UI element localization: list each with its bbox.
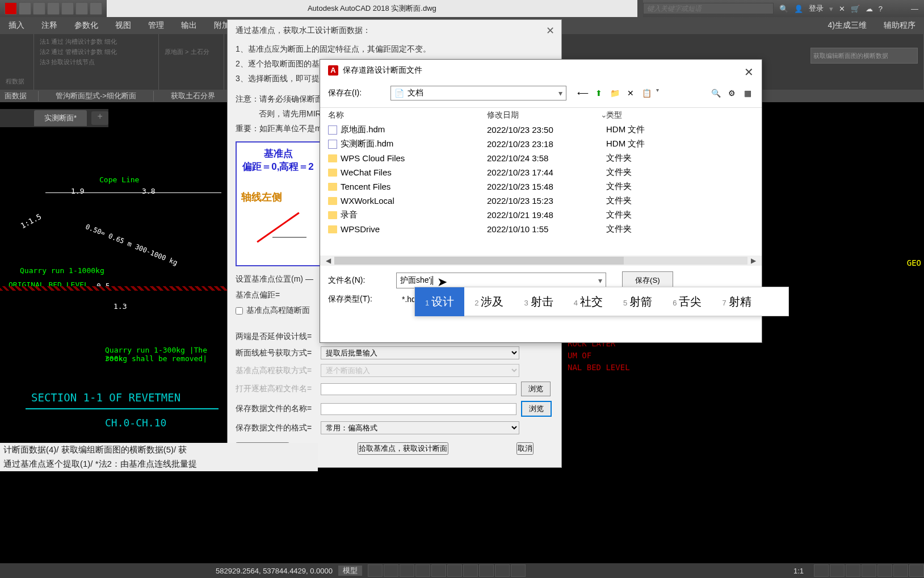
menu-3d[interactable]: 4)生成三维 [820, 20, 875, 31]
menu-view[interactable]: 视图 [107, 20, 140, 31]
ortho-icon[interactable] [400, 564, 414, 577]
save-file-input[interactable] [321, 403, 516, 415]
print-icon[interactable] [61, 2, 74, 15]
file-row[interactable]: Tencent Files2022/10/23 15:48文件夹 [320, 179, 762, 194]
ime-candidate-bar[interactable]: 1设计 2涉及 3射击 4社交 5射箭 6舌尖 7射精 [414, 287, 789, 316]
column-headers[interactable]: 名称 修改日期 ⌄ 类型 [320, 108, 762, 123]
horizontal-scrollbar[interactable]: ◀ ▶ [320, 256, 762, 266]
login-link[interactable]: 登录 [809, 3, 824, 14]
cancel-button[interactable]: 取消 [516, 442, 534, 455]
col-type[interactable]: 类型 [606, 110, 674, 120]
cleanscreen-icon[interactable] [893, 564, 908, 577]
file-row[interactable]: WPS Cloud Files2022/10/24 3:58文件夹 [320, 151, 762, 165]
scroll-right-icon[interactable]: ▶ [751, 257, 756, 265]
search-icon[interactable]: 🔍 [779, 5, 788, 13]
stake-method-select[interactable]: 提取后批量输入 [321, 346, 519, 359]
scroll-thumb[interactable] [334, 257, 624, 265]
ime-candidate-2[interactable]: 2涉及 [464, 294, 514, 309]
back-icon[interactable]: ⟵ [577, 87, 589, 99]
save-icon[interactable] [47, 2, 60, 15]
up-icon[interactable]: ⬆ [593, 87, 605, 99]
file-row[interactable]: WeChat Files2022/10/23 17:44文件夹 [320, 165, 762, 179]
app-menu-icon[interactable] [5, 2, 17, 15]
minimize-icon[interactable]: — [911, 5, 918, 13]
close-icon[interactable]: ✕ [744, 65, 754, 79]
model-button[interactable]: 模型 [338, 566, 362, 576]
osnap-icon[interactable] [431, 564, 446, 577]
tpy-icon[interactable] [511, 564, 526, 577]
annomonitor-icon[interactable] [846, 564, 860, 577]
menu-output[interactable]: 输出 [173, 20, 205, 31]
scroll-left-icon[interactable]: ◀ [326, 257, 331, 265]
filename-combo[interactable]: 护面she'j ▾ [396, 273, 606, 288]
ribbon-line1[interactable]: 法1 通过 沟槽设计参数 细化 [40, 36, 153, 47]
close-icon[interactable]: ✕ [546, 24, 555, 37]
drawing-tab-active[interactable]: 实测断面* [34, 110, 87, 126]
ribbon-line2[interactable]: 法2 通过 管槽设计参数 细化 [40, 47, 153, 57]
hardware-icon[interactable] [862, 564, 876, 577]
new-icon[interactable] [19, 2, 31, 15]
save-file-label: 保存数据文件的名称= [236, 404, 321, 414]
help-search-input[interactable] [643, 3, 774, 14]
file-list[interactable]: 名称 修改日期 ⌄ 类型 原地面.hdm2022/10/23 23:50HDM … [320, 108, 762, 256]
menu-insert[interactable]: 插入 [0, 20, 33, 31]
customize-icon[interactable] [909, 564, 924, 577]
pick-basepoint-button[interactable]: 拾取基准点，获取设计断面 [358, 442, 448, 455]
lwt-icon[interactable] [495, 564, 510, 577]
col-date[interactable]: 修改日期 [487, 110, 600, 120]
snap-icon[interactable] [384, 564, 398, 577]
new-tab-button[interactable]: + [91, 111, 108, 125]
file-row[interactable]: WPSDrive2022/10/10 1:55文件夹 [320, 222, 762, 236]
file-row[interactable]: 原地面.hdm2022/10/23 23:50HDM 文件 [320, 123, 762, 137]
redo-icon[interactable] [90, 2, 102, 15]
format-select[interactable]: 常用：偏高格式 [321, 421, 519, 434]
col-name[interactable]: 名称 [328, 110, 487, 120]
open-file-input[interactable] [321, 383, 516, 395]
new-folder-icon[interactable]: 📋 [640, 87, 653, 99]
save-in-combo[interactable]: 📄 文档 ▾ [390, 86, 566, 100]
file-row[interactable]: 录音2022/10/21 19:48文件夹 [320, 208, 762, 222]
ime-candidate-7[interactable]: 7射精 [712, 294, 761, 309]
workspace-icon[interactable] [830, 564, 845, 577]
cart-icon[interactable]: 🛒 [851, 5, 860, 13]
exchange-icon[interactable]: ✕ [839, 5, 845, 13]
views-icon[interactable]: ▦ [741, 87, 754, 99]
ime-candidate-1[interactable]: 1设计 [415, 287, 464, 316]
delete-icon[interactable]: ✕ [624, 87, 637, 99]
filename-input[interactable]: 护面she'j [400, 275, 432, 286]
drawing-canvas[interactable]: Cope Line 1.9 3.8 1:1.5 0.50= 0.65 m 300… [0, 127, 227, 479]
file-row[interactable]: WXWorkLocal2022/10/23 15:23文件夹 [320, 194, 762, 208]
preview-icon[interactable]: 🔍 [709, 87, 722, 99]
polar-icon[interactable] [415, 564, 430, 577]
menu-annotate[interactable]: 注释 [33, 20, 66, 31]
ime-candidate-3[interactable]: 3射击 [514, 294, 563, 309]
annoscale-icon[interactable] [814, 564, 829, 577]
menu-parametric[interactable]: 参数化 [66, 20, 107, 31]
grid-icon[interactable] [368, 564, 383, 577]
dyn-icon[interactable] [479, 564, 494, 577]
isolate-icon[interactable] [877, 564, 892, 577]
menu-manage[interactable]: 管理 [140, 20, 173, 31]
ime-candidate-5[interactable]: 5射箭 [613, 294, 662, 309]
ribbon-line3[interactable]: 法3 拾取设计线节点 [40, 57, 153, 67]
menu-helper[interactable]: 辅助程序 [875, 20, 924, 31]
open-icon[interactable] [33, 2, 45, 15]
sort-indicator-icon[interactable]: ⌄ [600, 110, 606, 120]
ime-candidate-4[interactable]: 4社交 [564, 294, 613, 309]
ribbon-btn-getdata[interactable]: 获取编辑断面图的横断数据 [810, 48, 918, 64]
tools-icon[interactable]: ⚙ [725, 87, 738, 99]
ribbon-line4[interactable]: 原地面 > 土石分 [165, 47, 218, 57]
scale-display[interactable]: 1:1 [789, 567, 808, 575]
browse-save-button[interactable]: 浏览 [521, 401, 552, 417]
file-row[interactable]: 实测断面.hdm2022/10/23 23:18HDM 文件 [320, 137, 762, 151]
cloud-icon[interactable]: ☁ [866, 5, 873, 13]
ducs-icon[interactable] [463, 564, 478, 577]
elevation-follow-checkbox[interactable] [236, 307, 243, 315]
browse-open-button[interactable]: 浏览 [521, 382, 551, 396]
ime-candidate-6[interactable]: 6舌尖 [662, 294, 712, 309]
user-icon[interactable]: 👤 [794, 5, 803, 13]
otrack-icon[interactable] [447, 564, 462, 577]
undo-icon[interactable] [75, 2, 88, 15]
help-icon[interactable]: ? [879, 5, 883, 13]
search-web-icon[interactable]: 📁 [608, 87, 621, 99]
